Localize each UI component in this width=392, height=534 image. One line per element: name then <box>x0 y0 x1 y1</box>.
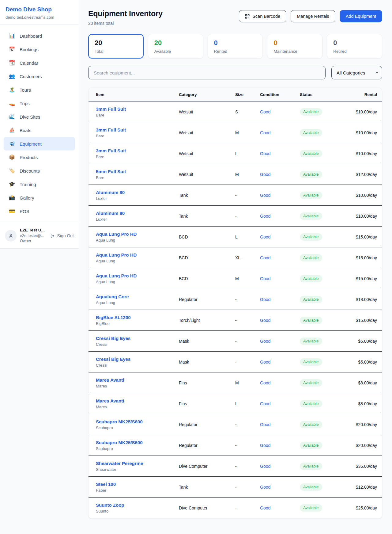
item-name-link[interactable]: Scubapro MK25/S600 <box>96 440 179 445</box>
condition-link[interactable]: Good <box>260 339 300 344</box>
status-cell: Available <box>300 504 344 512</box>
sidebar-item-gallery[interactable]: 📸 Gallery <box>4 191 75 204</box>
sidebar-item-customers[interactable]: 👥 Customers <box>4 70 75 83</box>
sidebar-item-calendar[interactable]: 📆 Calendar <box>4 56 75 70</box>
sidebar-item-products[interactable]: 📦 Products <box>4 151 75 164</box>
manage-rentals-button[interactable]: Manage Rentals <box>291 10 335 22</box>
item-name-link[interactable]: Aqualung Core <box>96 294 179 299</box>
status-cell: Available <box>300 296 344 303</box>
stat-card-retired[interactable]: 0 Retired <box>327 34 382 59</box>
status-cell: Available <box>300 233 344 241</box>
item-brand: Suunto <box>96 509 179 513</box>
item-name-link[interactable]: Aqua Lung Pro HD <box>96 252 179 257</box>
item-name-link[interactable]: 3mm Full Suit <box>96 106 179 112</box>
sidebar-item-training[interactable]: 🎓 Training <box>4 177 75 191</box>
avatar <box>5 230 17 242</box>
item-name-link[interactable]: Cressi Big Eyes <box>96 357 179 362</box>
condition-link[interactable]: Good <box>260 193 300 198</box>
gallery-icon: 📸 <box>9 195 15 200</box>
condition-link[interactable]: Good <box>260 109 300 114</box>
size-cell: M <box>235 172 260 177</box>
item-name-link[interactable]: Cressi Big Eyes <box>96 336 179 341</box>
col-condition: Condition <box>260 92 300 97</box>
stat-card-rented[interactable]: 0 Rented <box>208 34 263 59</box>
stat-value: 0 <box>273 39 316 47</box>
add-equipment-button[interactable]: Add Equipment <box>340 10 382 22</box>
status-badge: Available <box>300 233 322 241</box>
condition-link[interactable]: Good <box>260 401 300 406</box>
sign-out-button[interactable]: Sign Out <box>50 233 74 238</box>
table-row: Cressi Big Eyes Cressi Mask - Good Avail… <box>89 331 382 352</box>
rental-cell: $10.00/day <box>344 130 377 135</box>
item-name-link[interactable]: BigBlue AL1200 <box>96 315 179 320</box>
status-cell: Available <box>300 212 344 220</box>
item-name-link[interactable]: Mares Avanti <box>96 398 179 403</box>
sidebar-item-bookings[interactable]: 📅 Bookings <box>4 43 75 56</box>
sidebar-item-dive-sites[interactable]: 🌊 Dive Sites <box>4 110 75 124</box>
shop-name: Demo Dive Shop <box>6 6 73 13</box>
sidebar-item-pos[interactable]: 💳 POS <box>4 204 75 218</box>
item-name-link[interactable]: Aqua Lung Pro HD <box>96 231 179 237</box>
condition-link[interactable]: Good <box>260 297 300 302</box>
rental-cell: $18.00/day <box>344 297 377 302</box>
condition-link[interactable]: Good <box>260 485 300 490</box>
condition-link[interactable]: Good <box>260 422 300 427</box>
condition-link[interactable]: Good <box>260 360 300 364</box>
sidebar-item-equipment[interactable]: 🤿 Equipment <box>4 137 75 151</box>
item-name-link[interactable]: Mares Avanti <box>96 377 179 383</box>
condition-link[interactable]: Good <box>260 443 300 448</box>
condition-link[interactable]: Good <box>260 214 300 219</box>
table-row: Aluminum 80 Luxfer Tank - Good Available… <box>89 206 382 227</box>
size-cell: S <box>235 109 260 114</box>
condition-link[interactable]: Good <box>260 235 300 239</box>
sidebar-item-boats[interactable]: ⛵ Boats <box>4 124 75 137</box>
item-name-link[interactable]: Aluminum 80 <box>96 190 179 195</box>
stat-card-available[interactable]: 20 Available <box>148 34 203 59</box>
item-brand: Bare <box>96 113 179 117</box>
condition-link[interactable]: Good <box>260 130 300 135</box>
stat-card-maintenance[interactable]: 0 Maintenance <box>267 34 322 59</box>
condition-link[interactable]: Good <box>260 464 300 469</box>
item-name-link[interactable]: Shearwater Peregrine <box>96 461 179 466</box>
item-name-link[interactable]: Suunto Zoop <box>96 502 179 508</box>
sidebar-item-label: Discounts <box>20 168 40 174</box>
condition-link[interactable]: Good <box>260 380 300 385</box>
item-brand: Bare <box>96 134 179 138</box>
item-cell: Cressi Big Eyes Cressi <box>96 357 179 368</box>
condition-link[interactable]: Good <box>260 318 300 323</box>
condition-link[interactable]: Good <box>260 276 300 281</box>
sidebar-item-discounts[interactable]: 🏷️ Discounts <box>4 164 75 177</box>
item-cell: Cressi Big Eyes Cressi <box>96 336 179 347</box>
stat-card-total[interactable]: 20 Total <box>88 34 144 59</box>
size-cell: M <box>235 380 260 385</box>
item-name-link[interactable]: 3mm Full Suit <box>96 127 179 132</box>
condition-link[interactable]: Good <box>260 255 300 260</box>
sidebar-item-trips[interactable]: 🚤 Trips <box>4 97 75 110</box>
condition-link[interactable]: Good <box>260 505 300 510</box>
item-name-link[interactable]: Aqua Lung Pro HD <box>96 273 179 278</box>
item-name-link[interactable]: Aluminum 80 <box>96 211 179 216</box>
condition-link[interactable]: Good <box>260 172 300 177</box>
condition-link[interactable]: Good <box>260 151 300 156</box>
size-cell: - <box>235 505 260 510</box>
scan-barcode-button[interactable]: Scan Barcode <box>239 10 286 22</box>
item-cell: Mares Avanti Mares <box>96 398 179 409</box>
search-input[interactable] <box>88 66 326 79</box>
category-select[interactable]: All Categories <box>331 66 382 79</box>
sidebar-item-tours[interactable]: 🏝️ Tours <box>4 83 75 97</box>
stat-label: Retired <box>333 49 376 54</box>
status-badge: Available <box>300 317 322 324</box>
item-name-link[interactable]: 3mm Full Suit <box>96 148 179 153</box>
item-name-link[interactable]: Steel 100 <box>96 482 179 487</box>
item-cell: Aqua Lung Pro HD Aqua Lung <box>96 252 179 263</box>
stat-value: 20 <box>154 39 197 47</box>
user-info: E2E Test U... e2e-tester@... Owner <box>20 228 45 244</box>
item-name-link[interactable]: Scubapro MK25/S600 <box>96 419 179 424</box>
stat-label: Total <box>95 49 137 54</box>
size-cell: - <box>235 464 260 469</box>
item-name-link[interactable]: 5mm Full Suit <box>96 169 179 174</box>
sidebar-item-dashboard[interactable]: 📊 Dashboard <box>4 29 75 43</box>
category-select-wrap: All Categories <box>331 66 382 79</box>
add-equipment-label: Add Equipment <box>346 14 376 19</box>
rental-cell: $20.00/day <box>344 443 377 448</box>
